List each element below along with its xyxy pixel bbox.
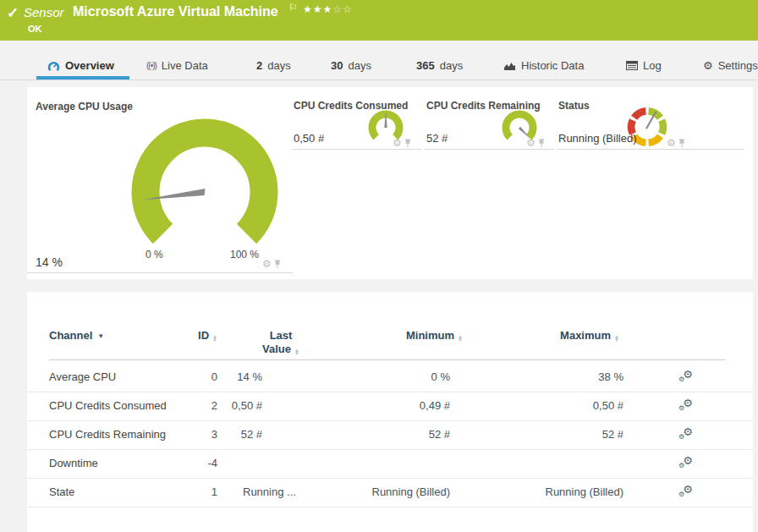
gauge-controls[interactable]: ⚙ [526,138,545,148]
gear-icon[interactable]: ⚙ [667,138,676,148]
sort-icon: ▲▼ [614,335,619,342]
tab-365-days[interactable]: 365 days [416,52,463,79]
channel-rows: Average CPU 0 14 % 0 % 38 % ⚙⚙ CPU Credi… [27,364,753,507]
chart-icon [503,61,516,71]
channel-id: -4 [129,457,217,469]
tab-overview[interactable]: Overview [47,52,114,79]
active-tab-underline [36,76,129,80]
column-header-id-label: ID [198,329,209,342]
tab-2-days-number: 2 [256,59,262,72]
section-divider [425,149,554,150]
channel-minimum: 0 % [315,370,450,383]
column-header-last-label: Last [251,329,310,343]
tab-bar: Overview ((•)) Live Data 2 days 30 days … [0,52,758,80]
channel-settings-icon[interactable]: ⚙⚙ [678,483,695,496]
tab-live-data-label: Live Data [162,59,208,72]
channel-maximum: 0,50 # [488,399,623,412]
column-header-last-value[interactable]: Last Value▲▼ [251,329,310,356]
sensor-kind-label: Sensor [24,5,64,19]
tab-historic-data-label: Historic Data [521,59,584,72]
channel-id: 1 [129,485,217,498]
tab-365-days-label: days [440,59,463,72]
average-cpu-gauge [127,107,283,260]
tab-log[interactable]: Log [626,52,662,79]
flag-icon[interactable]: ⚐ [288,2,298,14]
tab-2-days-label: days [267,59,290,72]
gauge-max-label: 100 % [230,249,259,261]
channel-settings-icon[interactable]: ⚙⚙ [678,454,695,467]
table-row: Downtime -4 ⚙⚙ [27,450,753,479]
table-row: State 1 Running ... Running (Billed) Run… [27,479,753,507]
gear-icon[interactable]: ⚙ [526,138,536,148]
pin-icon[interactable] [274,260,281,269]
gauge-controls[interactable]: ⚙ [393,138,411,148]
pin-icon[interactable] [678,139,685,148]
channel-name: State [49,485,74,498]
log-icon [626,61,638,70]
gear-icon[interactable]: ⚙ [393,138,402,148]
column-header-channel-label: Channel [49,329,92,342]
column-header-minimum[interactable]: Minimum▲▼ [323,329,463,342]
table-row: CPU Credits Consumed 2 0,50 # 0,49 # 0,5… [27,392,753,421]
gear-icon: ⚙ [703,59,713,72]
table-row: CPU Credits Remaining 3 52 # 52 # 52 # ⚙… [27,421,753,450]
section-divider [27,272,293,273]
channel-settings-icon[interactable]: ⚙⚙ [678,397,695,409]
tab-live-data[interactable]: ((•)) Live Data [146,52,208,79]
channel-maximum: 52 # [488,428,623,441]
credits-consumed-value: 0,50 # [294,132,324,145]
tab-30-days[interactable]: 30 days [331,52,371,79]
tab-30-days-number: 30 [331,59,343,72]
channel-last-value: 52 # [179,428,262,441]
channel-minimum: 52 # [315,428,450,441]
tab-2-days[interactable]: 2 days [256,52,291,79]
credits-remaining-value: 52 # [426,132,448,145]
channel-last-value: 14 % [179,370,262,383]
tab-log-label: Log [643,59,662,72]
sort-icon: ▲▼ [294,348,299,355]
section-divider [557,149,744,150]
status-badge: OK [28,24,42,34]
channel-settings-icon[interactable]: ⚙⚙ [678,368,695,381]
gauge-controls[interactable]: ⚙ [262,259,281,269]
tab-settings[interactable]: ⚙ Settings [703,52,758,79]
page-title: Microsoft Azure Virtual Machine [73,4,278,19]
column-header-maximum-label: Maximum [560,329,611,342]
gauge-min-label: 0 % [146,249,163,261]
section-divider [292,149,421,150]
channel-table-panel: Channel▼ ID▲▼ Last Value▲▼ Minimum▲▼ Max… [27,292,753,532]
stars-filled: ★★★ [303,3,332,15]
sensor-header: ✓ Sensor Microsoft Azure Virtual Machine… [0,0,758,41]
column-header-maximum[interactable]: Maximum▲▼ [492,329,619,342]
tab-365-days-number: 365 [416,59,435,72]
sorted-desc-icon: ▼ [97,332,104,340]
tab-settings-label: Settings [718,59,758,72]
tab-overview-label: Overview [65,59,114,72]
tab-historic-data[interactable]: Historic Data [503,52,584,79]
table-header-divider [49,359,726,360]
prtg-sensor-page: { "header": { "check": "✓", "kind": "Sen… [0,0,758,532]
gauge-icon [47,60,60,72]
channel-maximum: Running (Billed) [488,485,623,498]
column-header-value-label: Value [262,343,291,355]
overview-gauges-panel: Average CPU Usage 0 % 100 % 14 % ⚙ CPU C… [27,87,753,279]
sort-icon: ▲▼ [458,335,463,342]
gear-icon[interactable]: ⚙ [262,259,272,269]
stars-empty: ☆☆ [332,3,353,15]
channel-settings-icon[interactable]: ⚙⚙ [678,425,695,438]
gauge-title-average-cpu: Average CPU Usage [36,101,133,112]
column-header-id[interactable]: ID▲▼ [129,329,217,342]
pin-icon[interactable] [404,139,411,148]
channel-minimum: Running (Billed) [315,485,450,498]
ok-check-icon: ✓ [7,4,19,22]
pin-icon[interactable] [538,139,545,148]
priority-stars[interactable]: ★★★☆☆ [303,3,353,15]
tab-30-days-label: days [348,59,371,72]
column-header-minimum-label: Minimum [406,329,454,342]
column-header-channel[interactable]: Channel▼ [49,329,104,342]
table-row: Average CPU 0 14 % 0 % 38 % ⚙⚙ [27,364,753,392]
sort-icon: ▲▼ [212,335,217,342]
gauge-controls[interactable]: ⚙ [667,138,685,148]
gauge-title-status: Status [558,100,590,112]
status-value: Running (Billed) [558,132,637,145]
